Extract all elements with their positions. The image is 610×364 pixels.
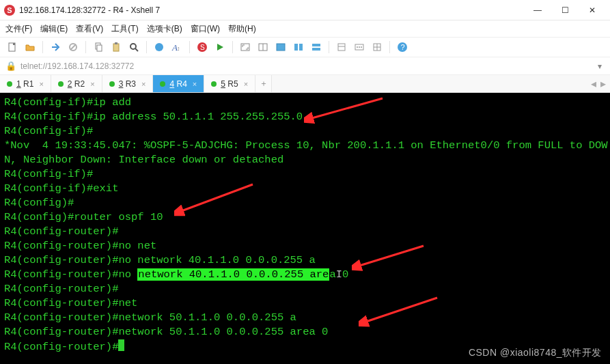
status-dot-icon (211, 81, 217, 87)
tab-label: 3 R3 (119, 79, 136, 89)
tab-add-button[interactable]: ＋ (255, 75, 272, 92)
tab-close-icon[interactable]: × (39, 80, 43, 88)
tab-nav-next-icon[interactable]: ▸ (600, 77, 606, 90)
svg-point-29 (361, 46, 362, 48)
tile2-icon[interactable] (290, 39, 307, 55)
status-dot-icon (7, 81, 12, 87)
svg-rect-7 (115, 42, 117, 44)
disconnect-icon[interactable] (65, 39, 81, 55)
tile1-icon[interactable] (273, 39, 289, 55)
terminal-line: R4(config-router)#network 50.1.1.0 0.0.0… (4, 311, 606, 325)
new-file-icon[interactable] (4, 39, 20, 55)
terminal-line: R4(config-router)#no net (4, 239, 606, 253)
address-text[interactable]: telnet://192.168.174.128:32772 (20, 61, 595, 71)
svg-point-27 (357, 46, 358, 48)
terminal-line: R4(config-if)#ip address 50.1.1.1 255.25… (4, 110, 606, 124)
svg-text:S: S (200, 44, 205, 51)
session-tabstrip: 1 R1×2 R2×3 R3×4 R4×5 R5× ＋ ◂ ▸ (0, 75, 610, 93)
watermark-text: CSDN @xiaoli8748_软件开发 (469, 346, 602, 360)
tab-label: 1 R1 (16, 79, 33, 89)
terminal-line: *Nov 4 19:33:45.047: %OSPF-5-ADJCHG: Pro… (4, 139, 606, 153)
terminal-line: R4(config-router)#net (4, 296, 606, 311)
run-icon[interactable] (212, 39, 228, 55)
terminal-line: R4(config-router)#network 50.1.1.0 0.0.0… (4, 325, 606, 339)
session-tab-4[interactable]: 4 R4× (153, 75, 204, 92)
terminal-line: R4(config-router)# (4, 282, 606, 296)
optC-icon[interactable] (369, 39, 385, 55)
svg-rect-1 (13, 43, 15, 45)
svg-line-9 (135, 48, 138, 51)
session-tab-5[interactable]: 5 R5× (204, 75, 255, 92)
status-dot-icon (109, 81, 115, 87)
terminal-cursor (118, 339, 124, 351)
tab-close-icon[interactable]: × (90, 80, 94, 88)
menu-tabs[interactable]: 选项卡(B) (147, 23, 182, 35)
svg-rect-24 (338, 44, 345, 51)
optB-icon[interactable] (351, 39, 368, 55)
svg-rect-21 (299, 44, 303, 51)
svg-text:↕: ↕ (177, 45, 180, 52)
menu-edit[interactable]: 编辑(E) (40, 23, 68, 35)
color-icon[interactable] (151, 39, 167, 55)
svg-point-8 (130, 44, 136, 49)
terminal-line: R4(config-if)# (4, 167, 606, 182)
svg-rect-5 (97, 45, 102, 51)
session-tab-3[interactable]: 3 R3× (102, 75, 154, 92)
shell-icon[interactable]: S (194, 39, 210, 55)
connect-icon[interactable] (47, 39, 64, 55)
svg-rect-6 (113, 44, 119, 51)
optA-icon[interactable] (333, 39, 350, 55)
titlebar: S 192.168.174.128:32772 - R4 - Xshell 7 … (0, 0, 610, 20)
svg-text:?: ? (401, 43, 405, 51)
terminal-line: R4(config-if)#exit (4, 182, 606, 196)
app-icon: S (4, 5, 15, 16)
tab-close-icon[interactable]: × (141, 80, 145, 88)
close-button[interactable]: ✕ (579, 1, 606, 20)
fullscreen-icon[interactable] (237, 39, 253, 55)
tab-close-icon[interactable]: × (193, 80, 197, 88)
tab-nav: ◂ ▸ (587, 75, 610, 92)
menu-view[interactable]: 查看(V) (76, 23, 103, 35)
toolbar: A↕ S ? (0, 37, 610, 57)
tab-close-icon[interactable]: × (244, 80, 248, 88)
paste-icon[interactable] (108, 39, 124, 55)
svg-marker-15 (217, 44, 223, 51)
menu-help[interactable]: 帮助(H) (228, 23, 256, 35)
tab-label: 2 R2 (68, 79, 85, 89)
svg-point-28 (359, 46, 360, 48)
help-icon[interactable]: ? (394, 39, 411, 55)
menu-window[interactable]: 窗口(W) (191, 23, 220, 35)
tile3-icon[interactable] (308, 39, 324, 55)
lock-icon: 🔒 (5, 61, 16, 71)
svg-rect-22 (312, 44, 320, 46)
status-dot-icon (160, 81, 165, 87)
copy-icon[interactable] (90, 39, 107, 55)
svg-line-3 (70, 44, 76, 50)
terminal-view[interactable]: CSDN @xiaoli8748_软件开发 R4(config-if)#ip a… (0, 93, 610, 364)
tab-label: 5 R5 (221, 79, 238, 89)
terminal-line: N, Neighbor Down: Interface down or deta… (4, 153, 606, 167)
tab-nav-prev-icon[interactable]: ◂ (591, 77, 596, 90)
terminal-line: R4(config-if)# (4, 124, 606, 139)
window-title: 192.168.174.128:32772 - R4 - Xshell 7 (19, 5, 524, 15)
svg-rect-20 (294, 44, 298, 51)
find-icon[interactable] (126, 39, 142, 55)
menu-file[interactable]: 文件(F) (5, 23, 32, 35)
menu-tools[interactable]: 工具(T) (111, 23, 138, 35)
menubar: 文件(F) 编辑(E) 查看(V) 工具(T) 选项卡(B) 窗口(W) 帮助(… (0, 20, 610, 37)
split-icon[interactable] (255, 39, 271, 55)
terminal-line: R4(config)#router ospf 10 (4, 210, 606, 225)
session-tab-2[interactable]: 2 R2× (51, 75, 102, 92)
open-folder-icon[interactable] (22, 39, 38, 55)
address-dropdown-icon[interactable]: ▾ (595, 61, 605, 71)
minimize-button[interactable]: — (524, 1, 551, 20)
tab-label: 4 R4 (169, 79, 186, 89)
terminal-line: R4(config-router)# (4, 225, 606, 239)
svg-point-10 (155, 43, 163, 51)
svg-rect-19 (277, 44, 285, 51)
svg-rect-23 (312, 48, 320, 51)
terminal-line: R4(config)# (4, 196, 606, 210)
session-tab-1[interactable]: 1 R1× (0, 75, 51, 92)
maximize-button[interactable]: ☐ (551, 1, 579, 20)
font-icon[interactable]: A↕ (169, 39, 185, 55)
